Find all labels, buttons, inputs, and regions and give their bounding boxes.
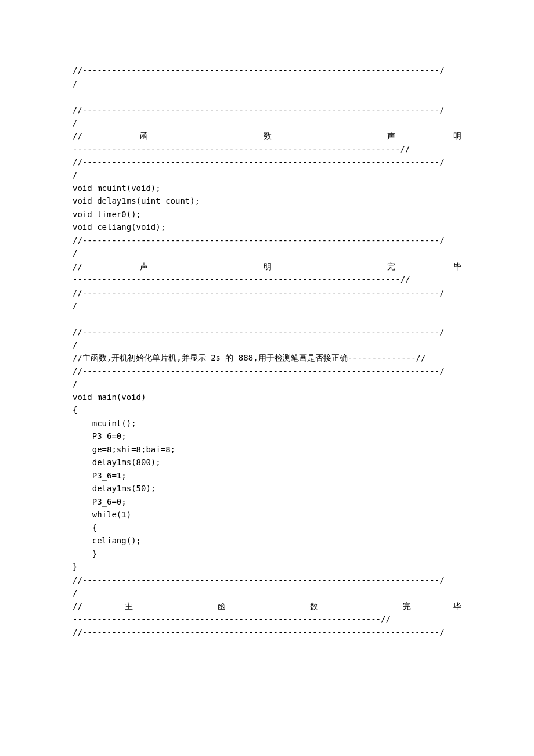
code-line: } bbox=[73, 560, 461, 574]
char: 声 bbox=[140, 260, 148, 273]
char: 主 bbox=[125, 600, 133, 613]
char: 声 bbox=[387, 129, 395, 143]
divider-tail: / bbox=[73, 377, 461, 391]
char: 函 bbox=[140, 129, 148, 143]
char: 函 bbox=[218, 600, 226, 613]
char: 毕 bbox=[453, 600, 461, 613]
section-chars: 主 函 数 完 bbox=[82, 600, 453, 613]
divider-tail: / bbox=[73, 299, 461, 312]
comment-divider: //--------------------------------------… bbox=[73, 325, 461, 351]
section-title-declend: // 声 明 完 毕 bbox=[73, 260, 461, 273]
code-line: { bbox=[73, 521, 461, 535]
section-title-dashes: ----------------------------------------… bbox=[73, 142, 461, 156]
code-line: ge=8;shi=8;bai=8; bbox=[73, 443, 461, 456]
comment-divider: //--------------------------------------… bbox=[73, 156, 461, 182]
code-line: void celiang(void); bbox=[73, 221, 461, 234]
code-line: delay1ms(800); bbox=[73, 456, 461, 469]
section-chars: 函 数 声 bbox=[82, 129, 453, 143]
comment-divider: //--------------------------------------… bbox=[73, 103, 461, 129]
dashes: ----------------------------------------… bbox=[73, 142, 461, 156]
code-line: celiang(); bbox=[73, 534, 461, 548]
divider-dashes: //--------------------------------------… bbox=[73, 574, 461, 587]
divider-tail: / bbox=[73, 339, 461, 352]
divider-dashes: //--------------------------------------… bbox=[73, 365, 461, 378]
dashes: ----------------------------------------… bbox=[73, 613, 461, 626]
comment-divider: //--------------------------------------… bbox=[73, 234, 461, 260]
section-title-dashes: ----------------------------------------… bbox=[73, 613, 461, 626]
code-line: P3_6=0; bbox=[73, 495, 461, 509]
section-title-funcdecl: // 函 数 声 明 bbox=[73, 129, 461, 143]
code-line: delay1ms(50); bbox=[73, 482, 461, 495]
char: 明 bbox=[264, 260, 272, 273]
comment-divider: //--------------------------------------… bbox=[73, 365, 461, 391]
char: 毕 bbox=[453, 260, 461, 273]
comment-divider: //--------------------------------------… bbox=[73, 574, 461, 600]
divider-dashes: //--------------------------------------… bbox=[73, 234, 461, 247]
code-line: void delay1ms(uint count); bbox=[73, 195, 461, 208]
comment-main: //主函数,开机初始化单片机,并显示 2s 的 888,用于检测笔画是否接正确-… bbox=[73, 351, 461, 365]
divider-tail: / bbox=[73, 77, 461, 91]
comment-lead: // bbox=[73, 600, 82, 613]
divider-dashes: //--------------------------------------… bbox=[73, 103, 461, 117]
code-line: { bbox=[73, 404, 461, 417]
code-line: while(1) bbox=[73, 508, 461, 521]
comment-divider: //--------------------------------------… bbox=[73, 286, 461, 312]
comment-divider: //--------------------------------------… bbox=[73, 626, 461, 639]
divider-tail: / bbox=[73, 586, 461, 600]
code-line: void mcuint(void); bbox=[73, 182, 461, 195]
section-chars: 声 明 完 bbox=[82, 260, 453, 273]
comment-lead: // bbox=[73, 129, 82, 143]
blank-line bbox=[73, 90, 461, 103]
char: 数 bbox=[310, 600, 318, 613]
section-title-mainend: // 主 函 数 完 毕 bbox=[73, 600, 461, 613]
code-line: void main(void) bbox=[73, 391, 461, 404]
divider-tail: / bbox=[73, 116, 461, 129]
char: 明 bbox=[453, 129, 461, 143]
divider-dashes: //--------------------------------------… bbox=[73, 325, 461, 339]
char: 数 bbox=[264, 129, 272, 143]
code-line: P3_6=0; bbox=[73, 430, 461, 443]
divider-dashes: //--------------------------------------… bbox=[73, 156, 461, 169]
char: 完 bbox=[387, 260, 395, 273]
code-line: } bbox=[73, 548, 461, 561]
divider-tail: / bbox=[73, 247, 461, 260]
comment-divider: //--------------------------------------… bbox=[73, 64, 461, 90]
section-title-dashes: ----------------------------------------… bbox=[73, 273, 461, 286]
code-line: P3_6=1; bbox=[73, 469, 461, 483]
divider-dashes: //--------------------------------------… bbox=[73, 626, 461, 639]
dashes: ----------------------------------------… bbox=[73, 273, 461, 286]
comment-lead: // bbox=[73, 260, 82, 273]
divider-dashes: //--------------------------------------… bbox=[73, 286, 461, 300]
blank-line bbox=[73, 312, 461, 326]
divider-dashes: //--------------------------------------… bbox=[73, 64, 461, 77]
char: 完 bbox=[403, 600, 411, 613]
divider-tail: / bbox=[73, 168, 461, 182]
code-line: mcuint(); bbox=[73, 417, 461, 430]
code-line: void timer0(); bbox=[73, 208, 461, 221]
